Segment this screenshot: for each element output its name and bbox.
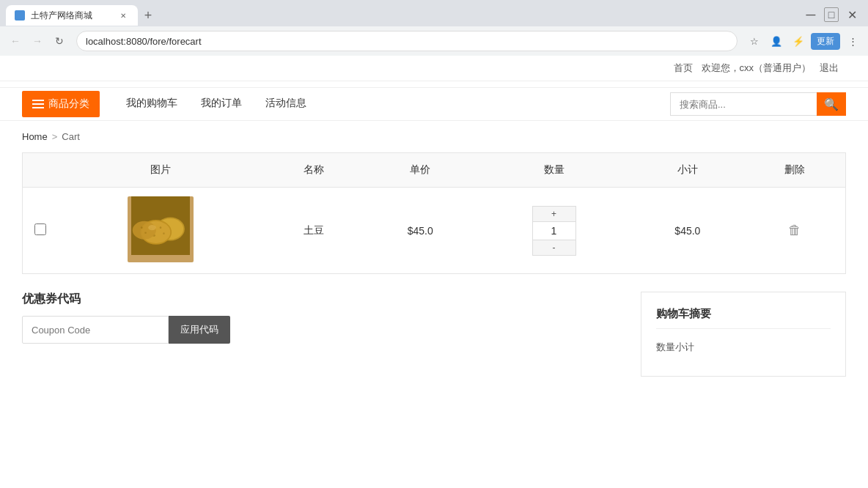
summary-subtotal-label: 数量小计 [656, 341, 694, 354]
item-price: $45.0 [408, 225, 433, 237]
breadcrumb-separator: > [52, 131, 58, 142]
item-image-cell [58, 188, 263, 274]
item-checkbox[interactable] [34, 223, 46, 235]
potato-svg [131, 196, 190, 255]
address-bar[interactable]: localhost:8080/fore/forecart [76, 31, 738, 51]
apply-coupon-btn[interactable]: 应用代码 [169, 316, 230, 344]
col-checkbox [23, 153, 59, 188]
item-checkbox-cell [23, 188, 59, 274]
window-maximize-btn[interactable]: □ [824, 7, 839, 22]
new-tab-btn[interactable]: + [138, 5, 158, 26]
summary-subtotal-row: 数量小计 [656, 341, 831, 354]
breadcrumb-current: Cart [62, 131, 80, 142]
profile-btn[interactable]: 👤 [767, 32, 786, 51]
qty-display: 1 [533, 221, 575, 240]
breadcrumb: Home > Cart [0, 121, 868, 152]
svg-point-11 [144, 232, 147, 234]
col-delete: 删除 [744, 153, 846, 188]
item-delete-cell: 🗑 [744, 188, 846, 274]
bookmark-btn[interactable]: ☆ [745, 32, 764, 51]
extension-btn[interactable]: ⚡ [789, 32, 808, 51]
category-btn[interactable]: 商品分类 [22, 91, 100, 117]
forward-btn[interactable]: → [28, 32, 47, 51]
item-name-cell: 土豆 [263, 188, 364, 274]
menu-btn[interactable]: ⋮ [843, 32, 862, 51]
main-nav: 商品分类 我的购物车 我的订单 活动信息 🔍 [0, 87, 868, 121]
nav-welcome-text: 欢迎您，cxx（普通用户） [702, 62, 812, 75]
hamburger-icon [32, 100, 44, 108]
quantity-control: + 1 - [532, 206, 576, 256]
qty-increase-btn[interactable]: + [533, 207, 575, 221]
update-btn[interactable]: 更新 [811, 33, 840, 50]
search-input[interactable] [670, 92, 817, 116]
tab-close-btn[interactable]: ✕ [117, 10, 129, 21]
item-subtotal: $45.0 [674, 225, 700, 237]
browser-tab[interactable]: 土特产网络商城 ✕ [6, 5, 138, 26]
item-name: 土豆 [304, 224, 324, 236]
delete-item-btn[interactable]: 🗑 [788, 223, 801, 238]
col-quantity: 数量 [477, 153, 631, 188]
category-label: 商品分类 [48, 97, 89, 111]
svg-point-8 [163, 232, 165, 234]
coupon-input[interactable] [22, 316, 169, 344]
qty-decrease-btn[interactable]: - [533, 240, 575, 255]
back-btn[interactable]: ← [6, 32, 25, 51]
search-area: 🔍 [670, 92, 846, 116]
nav-logout-btn[interactable]: 退出 [820, 62, 839, 75]
refresh-btn[interactable]: ↻ [50, 32, 69, 51]
nav-links: 我的购物车 我的订单 活动信息 [114, 87, 318, 121]
item-qty-cell: + 1 - [477, 188, 631, 274]
nav-home-link[interactable]: 首页 [674, 62, 693, 75]
cart-table-header: 图片 名称 单价 数量 小计 删除 [23, 153, 846, 188]
tab-title: 土特产网络商城 [31, 10, 111, 22]
coupon-section: 优惠券代码 应用代码 购物车摘要 数量小计 [22, 292, 846, 377]
item-subtotal-cell: $45.0 [631, 188, 744, 274]
product-image [128, 196, 194, 262]
search-icon: 🔍 [824, 98, 839, 111]
nav-orders-link[interactable]: 我的订单 [189, 87, 254, 121]
tab-favicon [15, 10, 25, 21]
window-minimize-btn[interactable]: ─ [803, 7, 818, 22]
search-btn[interactable]: 🔍 [817, 92, 846, 116]
cart-table: 图片 名称 单价 数量 小计 删除 [22, 152, 846, 274]
url-text: localhost:8080/fore/forecart [86, 36, 202, 47]
breadcrumb-home-link[interactable]: Home [22, 131, 48, 142]
summary-title: 购物车摘要 [656, 307, 831, 329]
coupon-input-row: 应用代码 [22, 316, 611, 344]
col-price: 单价 [364, 153, 477, 188]
coupon-left: 优惠券代码 应用代码 [22, 292, 611, 344]
item-price-cell: $45.0 [364, 188, 477, 274]
coupon-title: 优惠券代码 [22, 292, 611, 307]
col-image: 图片 [58, 153, 263, 188]
col-name: 名称 [263, 153, 364, 188]
col-subtotal: 小计 [631, 153, 744, 188]
nav-events-link[interactable]: 活动信息 [254, 87, 318, 121]
svg-point-12 [148, 225, 156, 230]
svg-point-10 [141, 226, 143, 229]
nav-cart-link[interactable]: 我的购物车 [114, 87, 189, 121]
cart-container: 图片 名称 单价 数量 小计 删除 [0, 152, 868, 399]
window-close-btn[interactable]: ✕ [845, 7, 859, 22]
table-row: 土豆 $45.0 + 1 - $ [23, 188, 846, 274]
svg-point-9 [133, 221, 156, 240]
svg-point-6 [160, 226, 162, 229]
top-nav: 首页 欢迎您，cxx（普通用户） 退出 [0, 56, 868, 81]
cart-summary: 购物车摘要 数量小计 [641, 292, 846, 377]
